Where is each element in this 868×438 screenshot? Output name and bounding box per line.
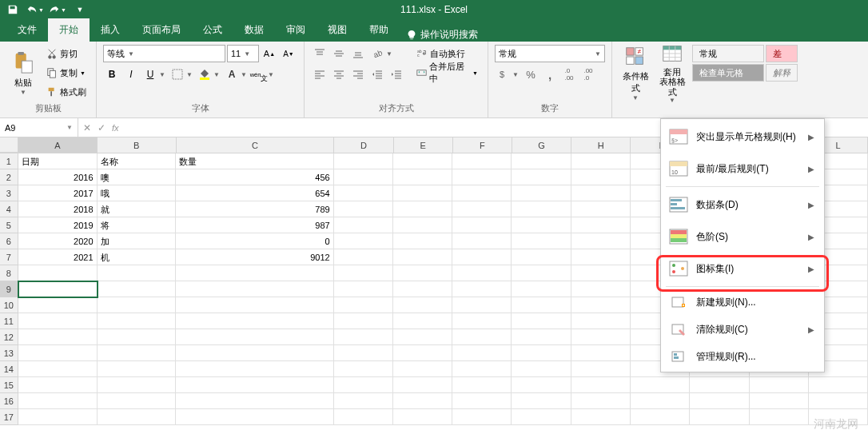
qat-customize-icon[interactable]: ▼: [70, 2, 90, 18]
cell[interactable]: [334, 409, 393, 425]
col-header-E[interactable]: E: [394, 137, 453, 153]
cell[interactable]: [176, 361, 333, 377]
cell[interactable]: [571, 169, 631, 185]
cell[interactable]: [334, 313, 393, 329]
cell[interactable]: [512, 297, 571, 313]
cell[interactable]: [690, 377, 749, 393]
cell[interactable]: 噢: [98, 169, 177, 185]
cell[interactable]: [176, 313, 333, 329]
select-all-corner[interactable]: [0, 137, 18, 153]
cell[interactable]: 机: [98, 249, 177, 265]
cell[interactable]: [334, 393, 393, 409]
style-bad[interactable]: 差: [766, 45, 798, 62]
cell[interactable]: [512, 265, 571, 281]
cell[interactable]: [393, 169, 452, 185]
row-header[interactable]: 7: [0, 249, 18, 265]
cell[interactable]: 2020: [18, 233, 98, 249]
cell[interactable]: [18, 377, 98, 393]
tab-data[interactable]: 数据: [233, 18, 275, 42]
cell[interactable]: 日期: [18, 153, 98, 169]
cell[interactable]: [393, 313, 452, 329]
cell[interactable]: [452, 201, 512, 217]
decrease-font-icon[interactable]: A▼: [280, 45, 297, 62]
cell-styles-gallery[interactable]: 常规 差 检查单元格 解释: [692, 45, 798, 82]
wrap-text-button[interactable]: abc自动换行: [413, 45, 481, 62]
cell[interactable]: [512, 249, 571, 265]
cell[interactable]: [512, 233, 571, 249]
col-header-F[interactable]: F: [453, 137, 512, 153]
cell[interactable]: [98, 345, 177, 361]
cell[interactable]: [393, 329, 452, 345]
cell[interactable]: 2017: [18, 185, 98, 201]
increase-indent-icon[interactable]: [388, 66, 405, 83]
cell[interactable]: 2016: [18, 169, 98, 185]
undo-icon[interactable]: ▼: [26, 2, 45, 18]
cell[interactable]: [512, 409, 571, 425]
cell[interactable]: [334, 153, 393, 169]
format-as-table-button[interactable]: 套用 表格格式 ▼: [655, 45, 689, 101]
comma-format-icon[interactable]: ,: [541, 66, 559, 83]
cell[interactable]: [334, 185, 393, 201]
cell[interactable]: [393, 345, 452, 361]
cell[interactable]: [452, 393, 512, 409]
align-top-icon[interactable]: [311, 45, 328, 62]
cancel-icon[interactable]: ✕: [83, 122, 91, 133]
tell-me-search[interactable]: 操作说明搜索: [406, 28, 478, 42]
cell[interactable]: [334, 265, 393, 281]
border-button[interactable]: [169, 66, 186, 83]
accounting-format-icon[interactable]: $: [495, 66, 512, 83]
cell[interactable]: [18, 281, 98, 297]
cell[interactable]: [571, 361, 631, 377]
cell[interactable]: [452, 345, 512, 361]
cell[interactable]: [452, 329, 512, 345]
align-bottom-icon[interactable]: [349, 45, 367, 62]
cell[interactable]: [176, 281, 333, 297]
cell[interactable]: 2018: [18, 201, 98, 217]
cell[interactable]: [452, 265, 512, 281]
cell[interactable]: [18, 409, 98, 425]
cell[interactable]: [18, 361, 98, 377]
cell[interactable]: [18, 393, 98, 409]
cell[interactable]: [452, 281, 512, 297]
cell[interactable]: [631, 409, 690, 425]
cell[interactable]: [393, 361, 452, 377]
row-header[interactable]: 2: [0, 169, 18, 185]
cell[interactable]: [98, 409, 177, 425]
name-box[interactable]: A9▼: [0, 118, 78, 137]
style-check[interactable]: 检查单元格: [692, 64, 764, 82]
cell[interactable]: [571, 345, 631, 361]
cell[interactable]: [18, 329, 98, 345]
cut-button[interactable]: 剪切: [43, 45, 90, 62]
align-center-icon[interactable]: [330, 66, 348, 83]
cell[interactable]: [512, 153, 571, 169]
cell[interactable]: [750, 409, 809, 425]
row-header[interactable]: 14: [0, 361, 18, 377]
cell[interactable]: [393, 249, 452, 265]
cell[interactable]: [452, 185, 512, 201]
cell[interactable]: [571, 409, 631, 425]
cell[interactable]: 9012: [176, 249, 333, 265]
row-header[interactable]: 8: [0, 265, 18, 281]
row-header[interactable]: 3: [0, 185, 18, 201]
cell[interactable]: [452, 297, 512, 313]
cell[interactable]: [571, 313, 631, 329]
cell[interactable]: [18, 313, 98, 329]
col-header-C[interactable]: C: [177, 137, 335, 153]
row-header[interactable]: 12: [0, 329, 18, 345]
cell[interactable]: 名称: [98, 153, 177, 169]
menu-color-scales[interactable]: 色阶(S) ▶: [663, 221, 822, 253]
decrease-indent-icon[interactable]: [368, 66, 386, 83]
cell[interactable]: [176, 329, 333, 345]
italic-button[interactable]: I: [122, 66, 140, 83]
cell[interactable]: [334, 217, 393, 233]
cell[interactable]: [393, 265, 452, 281]
font-size-combo[interactable]: 11▼: [227, 45, 259, 62]
menu-top-rules[interactable]: 10 最前/最后规则(T) ▶: [663, 153, 822, 185]
cell[interactable]: [512, 345, 571, 361]
cell[interactable]: [334, 377, 393, 393]
align-middle-icon[interactable]: [330, 45, 348, 62]
col-header-G[interactable]: G: [512, 137, 571, 153]
cell[interactable]: [98, 361, 177, 377]
cell[interactable]: [571, 249, 631, 265]
row-header[interactable]: 5: [0, 217, 18, 233]
